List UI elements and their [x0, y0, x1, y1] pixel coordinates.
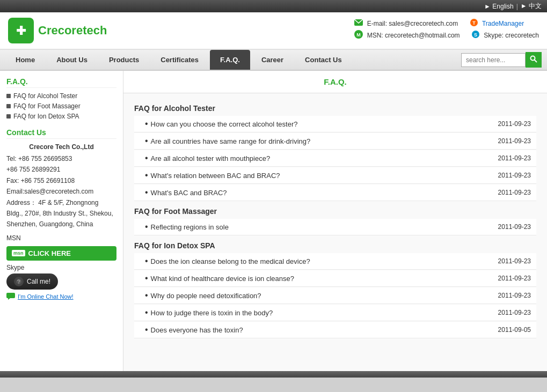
- svg-rect-13: [6, 293, 15, 298]
- msn-btn-text: CLICK HERE: [28, 249, 71, 257]
- faq-date: 2011-09-23: [498, 223, 531, 231]
- lang-separator: |: [516, 3, 518, 10]
- faq-question: • What's BAC and BRAC?: [145, 188, 227, 197]
- bullet-icon: •: [145, 120, 148, 128]
- svg-text:S: S: [474, 32, 477, 38]
- bullet-icon: •: [145, 274, 148, 283]
- fax: Fax: +86 755 26691108: [6, 175, 116, 186]
- sidebar-faq-foot-label: FAQ for Foot Massager: [13, 102, 81, 110]
- skype-circle-icon: [14, 277, 24, 286]
- msn-label: MSN: crecoretech@hotmail.com: [367, 32, 460, 39]
- email-line: E-mail: sales@crecoretech.com T TradeMan…: [354, 19, 539, 28]
- content-title: F.A.Q.: [123, 71, 547, 93]
- faq-date: 2011-09-23: [498, 154, 531, 162]
- bullet-icon: •: [145, 291, 148, 300]
- faq-category-alcohol: FAQ for Alcohol Tester: [134, 99, 536, 116]
- faq-date: 2011-09-23: [498, 172, 531, 179]
- bullet-icon: •: [145, 257, 148, 265]
- svg-marker-14: [8, 298, 10, 300]
- faq-item[interactable]: • What's relation between BAC and BRAC? …: [134, 167, 536, 184]
- bottom-bar: [0, 371, 547, 378]
- bullet-icon: •: [145, 308, 148, 317]
- email-label: E-mail: sales@crecoretech.com: [367, 20, 458, 27]
- skype-section-label: Skype: [6, 264, 116, 271]
- faq-date: 2011-09-23: [498, 309, 531, 316]
- logo-icon: ✚: [8, 18, 34, 43]
- address: Address： 4F & 5/F, Zhongnong Bldg., 270#…: [6, 197, 116, 230]
- msn-click-btn[interactable]: msn CLICK HERE: [6, 246, 116, 261]
- skype-call-label: Call me!: [27, 278, 50, 285]
- email-contact: Email:sales@crecoretech.com: [6, 186, 116, 197]
- faq-date: 2011-09-23: [498, 257, 531, 265]
- search-container: [461, 52, 542, 68]
- online-chat-btn[interactable]: I'm Online Chat Now!: [6, 293, 116, 300]
- bullet-icon: •: [145, 137, 148, 145]
- contact-title: Contact Us: [6, 128, 116, 139]
- faq-item[interactable]: • Does the ion cleanse belong to the med…: [134, 253, 536, 270]
- skype-label: Skype: crecoretech: [484, 32, 539, 39]
- sidebar-faq-foot[interactable]: FAQ for Foot Massager: [6, 102, 116, 110]
- faq-section: FAQ for Alcohol Tester • How can you cho…: [123, 93, 547, 344]
- main-nav: Home About Us Products Certificates F.A.…: [0, 50, 547, 71]
- msn-line: M MSN: crecoretech@hotmail.com S Skype: …: [354, 30, 539, 40]
- faq-date: 2011-09-05: [498, 326, 531, 334]
- nav-about[interactable]: About Us: [46, 50, 98, 70]
- skype-call-button[interactable]: Call me!: [6, 273, 58, 290]
- faq-item[interactable]: • Does everyone has the toxin? 2011-09-0…: [134, 322, 536, 338]
- english-lang-btn[interactable]: ► English: [484, 3, 514, 10]
- faq-question: • Why do people need detoxification?: [145, 291, 261, 300]
- contact-info: Tel: +86 755 26695853 +86 755 26899291 F…: [6, 153, 116, 230]
- nav-faq[interactable]: F.A.Q.: [210, 50, 250, 70]
- faq-question: • Does everyone has the toxin?: [145, 326, 243, 334]
- tel1: Tel: +86 755 26695853: [6, 153, 116, 164]
- trade-label[interactable]: TradeManager: [482, 20, 524, 27]
- search-input[interactable]: [461, 53, 526, 67]
- nav-career[interactable]: Career: [251, 50, 294, 70]
- bullet-icon: •: [145, 223, 148, 231]
- faq-category-ion: FAQ for Ion Detox SPA: [134, 236, 536, 253]
- trade-icon: T: [470, 19, 478, 28]
- search-button[interactable]: [526, 52, 542, 68]
- header: ✚ Crecoretech E-mail: sales@crecoretech.…: [0, 12, 547, 50]
- faq-item[interactable]: • What's BAC and BRAC? 2011-09-23: [134, 184, 536, 201]
- msn-icon: M: [354, 30, 363, 40]
- logo-text: Crecoretech: [38, 24, 107, 38]
- svg-text:M: M: [356, 32, 361, 38]
- faq-item[interactable]: • What kind of healthcare device is ion …: [134, 270, 536, 287]
- company-name: Crecore Tech Co.,Ltd: [6, 143, 116, 151]
- faq-category-foot: FAQ for Foot Massager: [134, 202, 536, 219]
- svg-point-9: [531, 56, 535, 61]
- faq-question: • How can you choose the correct alcohol…: [145, 120, 297, 128]
- bullet-icon: •: [145, 154, 148, 162]
- svg-point-12: [18, 283, 19, 284]
- tel2: +86 755 26899291: [6, 164, 116, 175]
- faq-item[interactable]: • Are all countries have same range for …: [134, 133, 536, 150]
- sidebar-faq-alcohol-label: FAQ for Alcohol Tester: [13, 92, 77, 100]
- nav-products[interactable]: Products: [99, 50, 149, 70]
- faq-item[interactable]: • Reflecting regions in sole 2011-09-23: [134, 219, 536, 235]
- msn-section-label: MSN: [6, 234, 116, 242]
- bullet-icon: [6, 104, 11, 108]
- bullet-icon: •: [145, 171, 148, 180]
- sidebar-faq-alcohol[interactable]: FAQ for Alcohol Tester: [6, 92, 116, 100]
- logo: ✚ Crecoretech: [8, 18, 107, 43]
- faq-date: 2011-09-23: [498, 189, 531, 196]
- sidebar-faq-ion[interactable]: FAQ for Ion Detox SPA: [6, 113, 116, 120]
- faq-date: 2011-09-23: [498, 137, 531, 145]
- skype-icon: S: [472, 31, 479, 40]
- sidebar: F.A.Q. FAQ for Alcohol Tester FAQ for Fo…: [0, 71, 123, 371]
- nav-contact[interactable]: Contact Us: [295, 50, 352, 70]
- faq-item[interactable]: • How can you choose the correct alcohol…: [134, 116, 536, 132]
- faq-question: • What's relation between BAC and BRAC?: [145, 171, 280, 180]
- nav-certificates[interactable]: Certificates: [150, 50, 209, 70]
- faq-date: 2011-09-23: [498, 275, 531, 282]
- nav-home[interactable]: Home: [5, 50, 45, 70]
- contact-us-section: Contact Us Crecore Tech Co.,Ltd Tel: +86…: [6, 128, 116, 300]
- chinese-lang-btn[interactable]: ► 中文: [521, 2, 542, 11]
- svg-text:✚: ✚: [16, 24, 26, 38]
- faq-item[interactable]: • Are all alcohol tester with mouthpiece…: [134, 150, 536, 167]
- faq-item[interactable]: • Why do people need detoxification? 201…: [134, 287, 536, 304]
- bullet-icon: •: [145, 188, 148, 197]
- bullet-icon: •: [145, 326, 148, 334]
- faq-item[interactable]: • How to judge there is toxin in the bod…: [134, 305, 536, 321]
